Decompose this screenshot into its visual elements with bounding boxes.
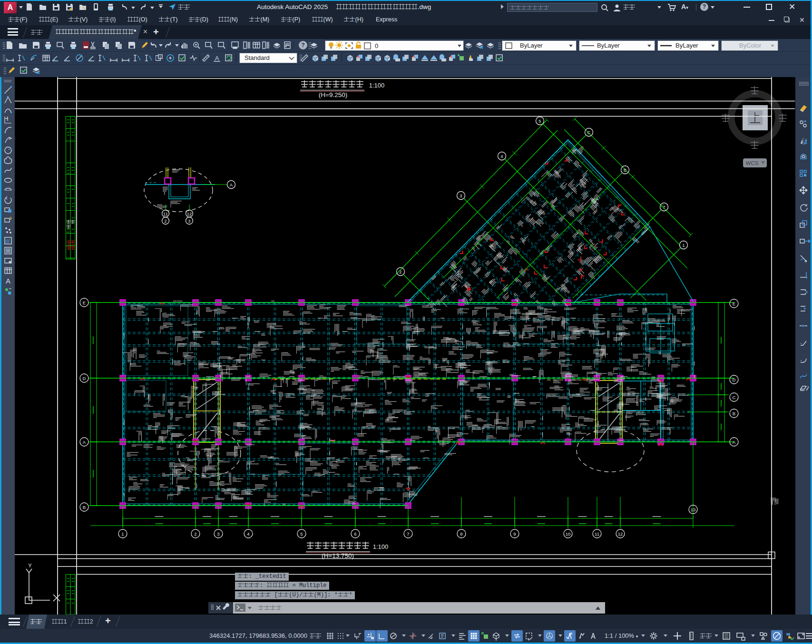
svg-text:12: 12 [618, 531, 623, 537]
svg-text:4: 4 [500, 154, 503, 159]
svg-text:10: 10 [566, 531, 571, 537]
svg-text:WCS: WCS [746, 160, 759, 166]
svg-text:11: 11 [163, 211, 168, 216]
svg-text:3: 3 [460, 193, 462, 198]
svg-text:2: 2 [194, 531, 196, 537]
svg-text:(H=9.250): (H=9.250) [319, 91, 347, 98]
svg-text:A: A [215, 55, 219, 62]
svg-text:1: 1 [121, 531, 124, 537]
svg-text:5: 5 [538, 118, 541, 124]
svg-text:B: B [733, 411, 735, 416]
svg-text:?: ? [301, 42, 304, 49]
svg-text:C: C [587, 130, 591, 135]
svg-text:6: 6 [354, 531, 356, 537]
svg-text:1:100: 1:100 [369, 82, 385, 89]
svg-text:D: D [733, 377, 736, 382]
svg-text:A: A [6, 277, 10, 285]
svg-text:D: D [83, 376, 86, 381]
svg-text:A: A [230, 182, 233, 187]
svg-text:1:100: 1:100 [373, 543, 389, 550]
svg-text:2: 2 [164, 218, 166, 224]
svg-text:1: 1 [682, 243, 685, 248]
svg-text:7: 7 [663, 205, 665, 210]
svg-text:7: 7 [407, 531, 409, 537]
svg-text:1: 1 [159, 55, 161, 59]
svg-text:13: 13 [691, 507, 696, 512]
svg-text:4: 4 [247, 531, 249, 537]
svg-text:12: 12 [187, 211, 192, 216]
svg-text:E: E [733, 301, 735, 306]
svg-text:Y: Y [28, 563, 32, 568]
svg-text:A: A [83, 439, 86, 445]
svg-text:3: 3 [217, 531, 219, 537]
svg-text:8: 8 [460, 531, 462, 537]
svg-text:11: 11 [595, 531, 599, 537]
svg-text:B: B [83, 505, 86, 510]
svg-text:C: C [733, 395, 736, 400]
svg-text:E: E [83, 300, 86, 305]
svg-text:A: A [733, 439, 736, 445]
svg-text:5: 5 [300, 531, 303, 537]
svg-text:(H=13.750): (H=13.750) [322, 552, 354, 559]
svg-text:B: B [624, 167, 626, 173]
svg-text:9: 9 [513, 531, 516, 537]
svg-text:3: 3 [188, 218, 190, 224]
svg-text:2: 2 [399, 269, 401, 274]
